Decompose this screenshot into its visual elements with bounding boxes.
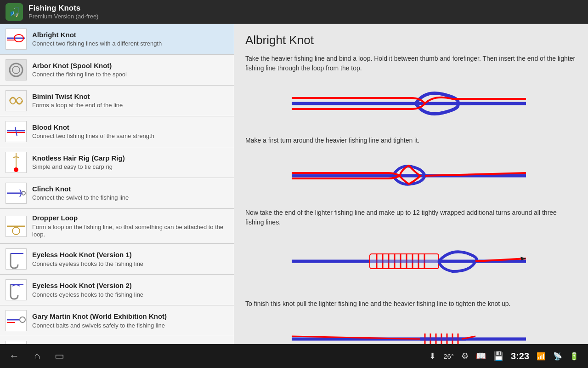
list-item[interactable]: Grinner Knot Connect a fishing line to t… [0, 336, 234, 344]
wifi-icon: 📶 [537, 352, 546, 361]
knot-icon-knotless [6, 152, 27, 173]
clock: 3:23 [511, 351, 529, 362]
knot-list: Albright Knot Connect two fishing lines … [0, 24, 234, 344]
knot-desc: Connects eyeless hooks to the fishing li… [32, 260, 143, 268]
diagram-2 [278, 153, 544, 199]
app-icon: 🎣 [6, 3, 23, 21]
home-button[interactable]: ⌂ [34, 350, 40, 362]
knot-icon-dropper [6, 216, 27, 237]
android-icon: ⚙ [461, 351, 469, 361]
list-item[interactable]: Knotless Hair Rig (Carp Rig) Simple and … [0, 147, 234, 178]
list-item[interactable]: Eyeless Hook Knot (Version 2) Connects e… [0, 275, 234, 305]
knot-icon-grinner [6, 341, 27, 344]
knot-name: Clinch Knot [32, 184, 129, 194]
book-icon: 📖 [476, 351, 486, 361]
top-bar: 🎣 Fishing Knots Premium Version (ad-free… [0, 0, 588, 24]
knot-info: Gary Martin Knot (World Exhibition Knot)… [32, 312, 167, 329]
knot-icon-bimini [6, 90, 27, 111]
signal-icon: 📡 [553, 352, 562, 361]
download-icon: ⬇ [429, 351, 436, 361]
knot-name: Eyeless Hook Knot (Version 1) [32, 250, 143, 259]
list-item[interactable]: Eyeless Hook Knot (Version 1) Connects e… [0, 244, 234, 275]
svg-rect-23 [6, 280, 26, 300]
knot-icon-blood [6, 121, 27, 142]
detail-step-3: Now take the end of the lighter fishing … [245, 208, 577, 227]
detail-step-2: Make a first turn around the heavier fis… [245, 136, 577, 145]
recents-button[interactable]: ▭ [55, 350, 64, 362]
knot-desc: Simple and easy to tie carp rig [32, 163, 125, 171]
knot-name: Albright Knot [32, 30, 162, 40]
app-subtitle: Premium Version (ad-free) [28, 13, 98, 20]
knot-desc: Form a loop on the fishing line, so that… [32, 224, 228, 239]
knot-name: Knotless Hair Rig (Carp Rig) [32, 154, 125, 163]
diagram-4 [278, 316, 544, 344]
detail-step-4: To finish this knot pull the lighter fis… [245, 299, 577, 309]
knot-desc: Connects eyeless hooks to the fishing li… [32, 291, 143, 299]
list-item[interactable]: Dropper Loop Form a loop on the fishing … [0, 209, 234, 244]
list-item[interactable]: Clinch Knot Connect the swivel to the fi… [0, 178, 234, 209]
status-bar: ⬇ 26° ⚙ 📖 💾 3:23 📶 📡 🔋 [429, 351, 579, 362]
knot-info: Eyeless Hook Knot (Version 2) Connects e… [32, 281, 143, 299]
detail-title: Albright Knot [245, 33, 577, 47]
svg-rect-21 [6, 249, 26, 269]
knot-info: Blood Knot Connect two fishing lines of … [32, 123, 154, 140]
knot-name: Dropper Loop [32, 213, 228, 223]
svg-rect-25 [6, 310, 26, 331]
temperature: 26° [443, 352, 454, 360]
nav-buttons: ← ⌂ ▭ [9, 350, 64, 362]
knot-info: Dropper Loop Form a loop on the fishing … [32, 213, 228, 239]
detail-step-1: Take the heavier fishing line and bind a… [245, 54, 577, 73]
knot-info: Albright Knot Connect two fishing lines … [32, 30, 162, 48]
knot-name: Arbor Knot (Spool Knot) [32, 61, 127, 70]
battery-icon: 🔋 [570, 352, 579, 361]
list-item[interactable]: Albright Knot Connect two fishing lines … [0, 24, 234, 55]
list-item[interactable]: Blood Knot Connect two fishing lines of … [0, 116, 234, 147]
knot-desc: Connect baits and swivels safely to the … [32, 322, 167, 330]
knot-icon-albright [6, 29, 27, 50]
knot-desc: Connect the swivel to the fishing line [32, 194, 129, 202]
sd-card-icon: 💾 [493, 351, 503, 361]
knot-desc: Connect two fishing lines of the same st… [32, 132, 154, 140]
knot-name: Eyeless Hook Knot (Version 2) [32, 281, 143, 290]
knot-desc: Connect the fishing line to the spool [32, 71, 127, 79]
knot-name: Blood Knot [32, 123, 154, 132]
app-title: Fishing Knots [28, 4, 98, 13]
knot-icon-eyeless2 [6, 279, 27, 300]
knot-icon-clinch [6, 183, 27, 204]
list-item[interactable]: Arbor Knot (Spool Knot) Connect the fish… [0, 55, 234, 86]
knot-info: Clinch Knot Connect the swivel to the fi… [32, 184, 129, 202]
knot-icon-eyeless1 [6, 248, 27, 270]
main-layout: Albright Knot Connect two fishing lines … [0, 24, 588, 344]
detail-panel: Albright Knot Take the heavier fishing l… [234, 24, 588, 344]
diagram-1 [278, 80, 544, 126]
knot-name: Gary Martin Knot (World Exhibition Knot) [32, 312, 167, 321]
diagram-3 [278, 235, 544, 290]
list-item[interactable]: Bimini Twist Knot Forms a loop at the en… [0, 86, 234, 116]
back-button[interactable]: ← [9, 350, 19, 362]
knot-info: Knotless Hair Rig (Carp Rig) Simple and … [32, 154, 125, 171]
knot-icon-arbor [6, 59, 27, 80]
knot-info: Bimini Twist Knot Forms a loop at the en… [32, 92, 123, 109]
svg-point-14 [14, 167, 18, 172]
knot-info: Eyeless Hook Knot (Version 1) Connects e… [32, 250, 143, 268]
bottom-bar: ← ⌂ ▭ ⬇ 26° ⚙ 📖 💾 3:23 📶 📡 🔋 [0, 344, 588, 368]
app-title-block: Fishing Knots Premium Version (ad-free) [28, 4, 98, 20]
list-item[interactable]: Gary Martin Knot (World Exhibition Knot)… [0, 305, 234, 336]
knot-desc: Connect two fishing lines with a differe… [32, 40, 162, 48]
knot-icon-gary [6, 310, 27, 331]
knot-desc: Forms a loop at the end of the line [32, 102, 123, 109]
knot-name: Bimini Twist Knot [32, 92, 123, 101]
knot-info: Arbor Knot (Spool Knot) Connect the fish… [32, 61, 127, 79]
